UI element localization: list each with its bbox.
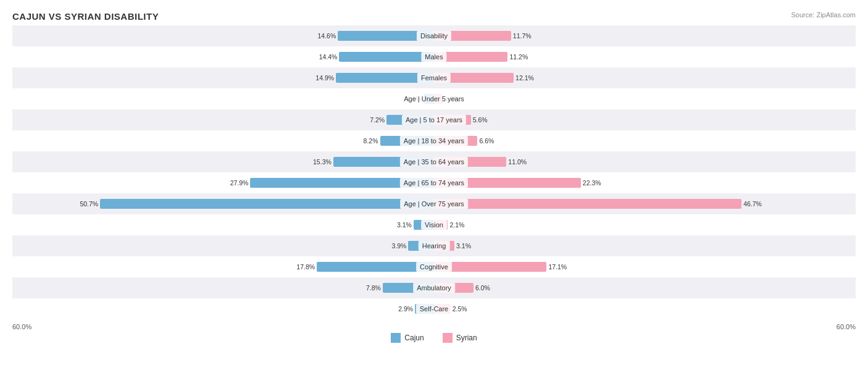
table-row: Self-Care2.9%2.5% bbox=[12, 298, 856, 319]
cajun-bar bbox=[339, 52, 434, 62]
cajun-value: 15.3% bbox=[313, 158, 332, 166]
row-label: Ambulatory bbox=[413, 283, 455, 293]
axis-labels: 60.0% 60.0% bbox=[12, 323, 856, 330]
syrian-value: 22.3% bbox=[583, 179, 601, 187]
row-label: Vision bbox=[421, 220, 447, 230]
row-label: Females bbox=[417, 73, 451, 83]
table-row: Males14.4%11.2% bbox=[12, 46, 856, 67]
syrian-value: 11.7% bbox=[513, 32, 532, 40]
row-label: Self-Care bbox=[416, 304, 452, 314]
legend-color-box bbox=[443, 333, 453, 343]
legend-item: Cajun bbox=[391, 333, 424, 343]
syrian-value: 11.2% bbox=[509, 53, 528, 61]
syrian-value: 11.0% bbox=[508, 158, 527, 166]
table-row: Vision3.1%2.1% bbox=[12, 214, 856, 235]
legend-label: Syrian bbox=[456, 334, 477, 342]
syrian-value: 5.6% bbox=[473, 116, 488, 124]
chart-title: CAJUN VS SYRIAN DISABILITY bbox=[12, 11, 856, 22]
cajun-value: 14.6% bbox=[318, 32, 336, 40]
table-row: Age | 18 to 34 years8.2%6.6% bbox=[12, 130, 856, 151]
table-row: Females14.9%12.1% bbox=[12, 67, 856, 88]
syrian-value: 3.1% bbox=[456, 242, 471, 250]
cajun-value: 8.2% bbox=[364, 137, 378, 145]
cajun-value: 3.1% bbox=[397, 221, 412, 229]
legend-item: Syrian bbox=[443, 333, 477, 343]
table-row: Cognitive17.8%17.1% bbox=[12, 256, 856, 277]
chart-container: CAJUN VS SYRIAN DISABILITY Source: ZipAt… bbox=[0, 0, 868, 378]
syrian-value: 12.1% bbox=[515, 74, 534, 82]
table-row: Age | 5 to 17 years7.2%5.6% bbox=[12, 109, 856, 130]
cajun-value: 14.9% bbox=[315, 74, 334, 82]
syrian-value: 6.6% bbox=[479, 137, 494, 145]
cajun-value: 17.8% bbox=[296, 263, 315, 271]
axis-right: 60.0% bbox=[837, 323, 856, 330]
row-label: Age | 18 to 34 years bbox=[400, 136, 468, 146]
cajun-value: 50.7% bbox=[80, 200, 98, 208]
table-row: Age | 35 to 64 years15.3%11.0% bbox=[12, 151, 856, 172]
table-row: Age | 65 to 74 years27.9%22.3% bbox=[12, 172, 856, 193]
row-label: Cognitive bbox=[416, 262, 452, 272]
chart-area: Disability14.6%11.7%Males14.4%11.2%Femal… bbox=[12, 25, 856, 319]
syrian-value: 46.7% bbox=[743, 200, 762, 208]
row-label: Age | 65 to 74 years bbox=[400, 178, 468, 188]
source-label: Source: ZipAtlas.com bbox=[791, 11, 856, 19]
syrian-value: 17.1% bbox=[548, 263, 567, 271]
row-label: Age | 35 to 64 years bbox=[400, 157, 468, 167]
row-label: Age | Under 5 years bbox=[400, 94, 468, 104]
row-label: Disability bbox=[417, 31, 451, 41]
cajun-value: 7.2% bbox=[370, 116, 385, 124]
legend: CajunSyrian bbox=[12, 333, 856, 343]
table-row: Age | Under 5 years1.6%1.3% bbox=[12, 88, 856, 109]
table-row: Disability14.6%11.7% bbox=[12, 25, 856, 46]
legend-color-box bbox=[391, 333, 401, 343]
row-label: Hearing bbox=[419, 241, 450, 251]
cajun-value: 2.9% bbox=[398, 305, 413, 313]
cajun-value: 14.4% bbox=[319, 53, 338, 61]
syrian-value: 2.1% bbox=[449, 221, 464, 229]
table-row: Ambulatory7.8%6.0% bbox=[12, 277, 856, 298]
axis-left: 60.0% bbox=[12, 323, 31, 330]
table-row: Age | Over 75 years50.7%46.7% bbox=[12, 193, 856, 214]
legend-label: Cajun bbox=[404, 334, 424, 342]
table-row: Hearing3.9%3.1% bbox=[12, 235, 856, 256]
cajun-value: 3.9% bbox=[391, 242, 406, 250]
syrian-value: 2.5% bbox=[453, 305, 467, 313]
cajun-bar bbox=[100, 199, 434, 209]
syrian-bar bbox=[434, 199, 741, 209]
row-label: Age | 5 to 17 years bbox=[402, 115, 466, 125]
syrian-value: 6.0% bbox=[475, 284, 490, 292]
row-label: Age | Over 75 years bbox=[400, 199, 468, 209]
cajun-value: 7.8% bbox=[366, 284, 381, 292]
cajun-value: 27.9% bbox=[230, 179, 249, 187]
row-label: Males bbox=[421, 52, 446, 62]
